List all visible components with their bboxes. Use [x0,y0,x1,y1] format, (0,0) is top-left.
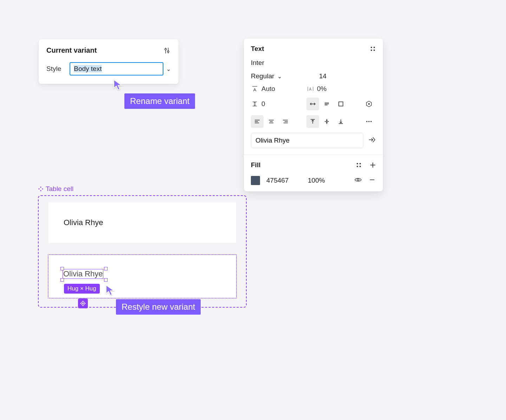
resize-fixed-button[interactable] [335,98,347,110]
variant-panel-title: Current variant [46,46,97,54]
valign-top-button[interactable] [306,115,319,128]
restyle-variant-annotation: Restyle new variant [116,299,201,315]
line-height-icon [251,85,259,93]
chevron-down-icon[interactable]: ⌄ [166,66,171,72]
type-settings-icon[interactable] [365,100,373,108]
svg-point-44 [359,163,361,164]
component-label[interactable]: Table cell [38,185,73,193]
variant-field[interactable]: Body text [70,62,163,76]
font-family-field[interactable]: Inter [251,59,376,67]
svg-point-23 [369,104,370,105]
align-right-button[interactable] [279,115,292,128]
selection-handle-top-left[interactable] [60,267,64,270]
paragraph-spacing-value: 0 [261,100,265,108]
svg-point-8 [371,50,372,51]
svg-point-41 [368,121,370,122]
fill-opacity-value[interactable]: 100% [308,177,336,184]
variant-row: Style Body text ⌄ [46,62,171,76]
selected-text-layer[interactable]: Olivia Rhye [63,269,103,279]
svg-point-9 [374,50,375,51]
text-section-header: Text [251,45,376,53]
autolayout-size-pill: Hug × Hug [64,284,100,294]
text-section: Text Inter Regular ⌄ 14 Auto [244,39,383,155]
svg-point-49 [357,179,359,181]
svg-point-40 [366,121,368,122]
line-height-field[interactable]: Auto [251,85,306,93]
apply-variable-icon[interactable] [368,136,376,145]
svg-point-46 [359,166,361,167]
component-label-text: Table cell [46,185,73,193]
svg-point-43 [357,163,358,164]
fill-section: Fill 475467 100% [244,155,383,191]
component-icon [38,186,44,192]
sliders-icon[interactable] [163,47,171,54]
letter-spacing-icon [306,85,314,93]
align-valign-row [251,115,376,128]
paragraph-spacing-field[interactable]: 0 [251,100,306,108]
horizontal-align-group [251,115,306,128]
chevron-down-icon[interactable]: ⌄ [277,73,282,80]
text-content-row [251,133,376,148]
selection-handle-bottom-left[interactable] [60,278,64,282]
vertical-align-group [306,115,362,128]
svg-point-42 [370,121,372,122]
weight-size-row: Regular ⌄ 14 [251,72,376,80]
variant-panel: Current variant Style Body text ⌄ [39,39,179,84]
variant-prop-label: Style [46,65,61,73]
align-center-button[interactable] [265,115,278,128]
resize-auto-width-button[interactable] [306,98,319,110]
svg-point-3 [167,51,169,52]
table-cell-variant-1[interactable]: Olivia Rhye [48,202,237,243]
svg-rect-21 [339,102,343,106]
lineheight-letterspacing-row: Auto 0% [251,85,376,93]
rename-variant-annotation: Rename variant [124,93,195,109]
valign-middle-button[interactable] [320,115,333,128]
variant-dropdown[interactable]: Body text ⌄ [70,62,171,76]
fill-style-picker-icon[interactable] [356,162,362,168]
paragraph-resize-row: 0 [251,98,376,110]
add-fill-icon[interactable] [370,162,376,168]
remove-fill-icon[interactable] [368,176,376,185]
absolute-position-icon[interactable] [78,298,88,308]
fill-hex-value[interactable]: 475467 [266,177,301,184]
variant-field-value: Body text [74,65,102,72]
resize-auto-height-button[interactable] [320,98,333,110]
fill-section-title: Fill [251,161,260,169]
fill-row: 475467 100% [251,176,376,185]
selection-handle-bottom-right[interactable] [104,278,108,282]
svg-point-6 [371,47,372,48]
line-height-value: Auto [261,85,275,93]
selection-handle-top-right[interactable] [104,267,108,270]
letter-spacing-value: 0% [317,85,326,93]
svg-point-45 [357,166,358,167]
text-section-title: Text [251,45,264,53]
font-weight-value: Regular [251,72,274,80]
svg-point-0 [165,48,167,50]
visibility-toggle-icon[interactable] [354,176,362,185]
more-options-icon[interactable] [365,118,373,125]
paragraph-spacing-icon [251,100,259,108]
valign-bottom-button[interactable] [335,115,347,128]
font-weight-field[interactable]: Regular ⌄ [251,72,306,80]
resize-mode-group [306,98,362,110]
style-picker-icon[interactable] [370,46,376,52]
cursor-pointer-icon [113,79,124,92]
letter-spacing-field[interactable]: 0% [306,85,362,93]
cursor-pointer-icon [105,284,116,298]
align-left-button[interactable] [251,115,264,128]
fill-section-header: Fill [251,161,376,169]
svg-point-7 [374,47,375,48]
fill-swatch[interactable] [251,176,260,185]
svg-point-52 [83,303,84,304]
variant-panel-header: Current variant [46,46,171,54]
properties-panel: Text Inter Regular ⌄ 14 Auto [244,39,383,191]
font-size-field[interactable]: 14 [306,72,362,80]
table-cell-1-text: Olivia Rhye [64,218,103,227]
text-content-input[interactable] [251,133,363,148]
font-size-value: 14 [319,72,326,80]
